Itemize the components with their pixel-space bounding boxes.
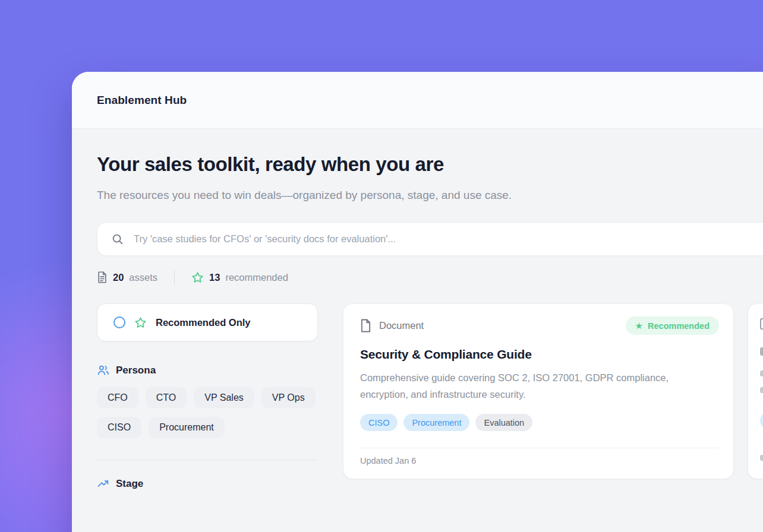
recommended-only-toggle[interactable]: Recommended Only [97,303,318,341]
persona-chip-cfo[interactable]: CFO [97,387,138,408]
star-outline-icon [134,316,147,329]
asset-card-partial[interactable] [748,303,763,479]
card-type: Document [360,319,424,332]
assets-stat: 20 assets [97,271,157,283]
file-icon [760,318,763,330]
card-top-row: Document ★ Recommended [360,316,719,335]
filter-divider [97,460,318,460]
asset-cards: Document ★ Recommended Security & Compli… [343,303,763,490]
persona-section-label: Persona [116,365,156,376]
star-outline-icon [191,271,204,284]
window-body: Your sales toolkit, ready when you are T… [72,129,763,490]
recommended-badge: ★ Recommended [626,316,719,335]
users-icon [97,364,109,376]
stage-section-heading: Stage [97,477,318,490]
recommended-badge-label: Recommended [648,321,710,331]
partial-card-text-fragment [760,370,763,376]
search-icon [111,233,124,246]
stage-section-label: Stage [116,478,143,490]
file-icon [360,319,371,332]
partial-card-tag-fragment [760,412,763,429]
trending-up-icon [97,477,109,490]
persona-chip-ciso[interactable]: CISO [97,417,141,438]
card-divider [360,448,719,448]
tag-procurement: Procurement [403,414,469,431]
stats-divider [174,270,175,284]
page-title: Your sales toolkit, ready when you are [97,153,763,176]
app-title: Enablement Hub [97,94,187,107]
partial-card-title-fragment [760,347,763,356]
enablement-hub-window: Enablement Hub Your sales toolkit, ready… [72,72,763,532]
partial-card-footer-fragment [760,455,763,461]
card-title: Security & Compliance Guide [360,347,719,362]
assets-count: 20 [113,272,124,283]
stats-row: 20 assets 13 recommended [97,270,763,284]
page-subtitle: The resources you need to win deals—orga… [97,184,584,206]
tag-evaluation: Evaluation [475,414,532,431]
asset-card-security-compliance-guide[interactable]: Document ★ Recommended Security & Compli… [343,303,734,479]
card-tags: CISO Procurement Evaluation [360,414,719,431]
persona-chip-cto[interactable]: CTO [146,387,187,408]
recommended-only-label: Recommended Only [156,317,251,328]
content-row: Recommended Only Persona CFO [97,303,763,490]
toggle-radio-icon[interactable] [113,316,125,328]
filters-panel: Recommended Only Persona CFO [97,303,318,490]
card-updated-date: Updated Jan 6 [360,456,719,466]
recommended-label: recommended [225,272,288,283]
recommended-count: 13 [209,272,220,283]
assets-label: assets [129,272,157,283]
star-filled-icon: ★ [635,321,643,330]
persona-chip-vp-sales[interactable]: VP Sales [194,387,254,408]
persona-section-heading: Persona [97,364,318,376]
card-type-label: Document [379,320,424,331]
search-input[interactable] [134,233,763,245]
recommended-stat: 13 recommended [191,271,288,284]
card-description: Comprehensive guide covering SOC 2, ISO … [360,369,705,403]
partial-card-text-fragment [760,387,763,393]
search-bar[interactable] [97,222,763,256]
window-header: Enablement Hub [72,72,763,129]
tag-ciso: CISO [360,414,398,431]
persona-chip-procurement[interactable]: Procurement [149,417,225,438]
persona-chips: CFO CTO VP Sales VP Ops CISO Procurement [97,387,318,438]
document-count-icon [97,271,108,283]
persona-chip-vp-ops[interactable]: VP Ops [261,387,316,408]
